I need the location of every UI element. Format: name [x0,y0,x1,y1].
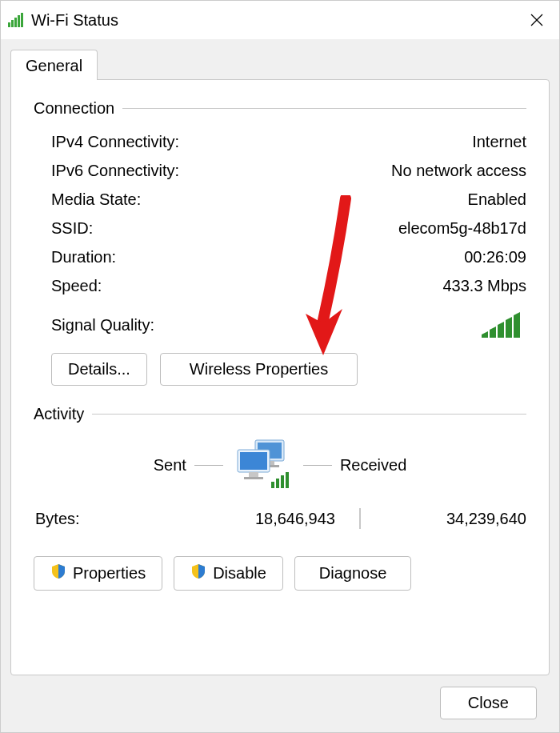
divider [122,108,526,109]
properties-button-label: Properties [73,564,146,583]
diagnose-button[interactable]: Diagnose [294,556,412,591]
shield-icon [50,563,66,583]
ipv6-label: IPv6 Connectivity: [51,162,179,180]
svg-rect-21 [276,479,279,488]
sent-label: Sent [154,456,186,475]
tab-strip: General [10,47,550,79]
svg-rect-3 [18,15,20,27]
connection-group-header: Connection [34,99,526,118]
wifi-icon [7,11,25,29]
duration-value: 00:26:09 [464,248,526,266]
tab-general[interactable]: General [10,50,98,80]
svg-rect-22 [281,475,284,488]
dialog-body: General Connection IPv4 Connectivity: In… [1,39,559,732]
svg-rect-23 [286,472,289,488]
ipv6-value: No network access [391,162,526,180]
connection-group-label: Connection [34,99,122,118]
received-label: Received [340,456,406,475]
close-button[interactable]: Close [440,687,537,719]
wifi-status-window: Wi-Fi Status General Connection IPv4 Con… [0,0,560,733]
wireless-properties-button[interactable]: Wireless Properties [160,353,358,386]
ipv4-label: IPv4 Connectivity: [51,133,179,151]
ssid-row: SSID: elecom5g-48b17d [51,214,526,242]
general-panel: Connection IPv4 Connectivity: Internet I… [10,79,550,675]
svg-rect-1 [11,20,14,27]
connection-fields: IPv4 Connectivity: Internet IPv6 Connect… [34,127,526,300]
duration-row: Duration: 00:26:09 [51,242,526,271]
signal-quality-row: Signal Quality: [34,305,526,345]
connection-buttons: Details... Wireless Properties [34,353,526,386]
ipv4-row: IPv4 Connectivity: Internet [51,127,526,156]
svg-rect-17 [240,452,267,470]
activity-group-header: Activity [34,405,526,423]
speed-label: Speed: [51,277,102,295]
divider [194,465,223,466]
media-state-value: Enabled [468,190,526,209]
disable-button[interactable]: Disable [174,556,283,591]
disable-button-label: Disable [213,564,266,583]
svg-rect-20 [271,482,274,488]
speed-value: 433.3 Mbps [442,277,526,295]
duration-label: Duration: [51,248,116,266]
activity-visual: Sent [34,433,526,497]
ssid-label: SSID: [51,219,93,238]
divider [303,465,332,466]
dialog-footer: Close [10,675,550,732]
svg-marker-11 [514,312,520,338]
properties-button[interactable]: Properties [34,556,162,591]
speed-row: Speed: 433.3 Mbps [51,271,526,300]
svg-marker-8 [490,326,496,338]
signal-bars-icon [480,307,526,343]
svg-rect-4 [21,13,23,27]
divider [92,414,526,415]
signal-quality-label: Signal Quality: [51,316,154,334]
svg-marker-10 [506,317,512,338]
ipv6-row: IPv6 Connectivity: No network access [51,156,526,185]
svg-rect-19 [244,477,263,479]
activity-computers-icon [231,435,295,495]
bytes-label: Bytes: [34,510,170,528]
svg-rect-0 [8,22,10,27]
details-button[interactable]: Details... [51,353,147,386]
bytes-sent-value: 18,646,943 [170,510,359,528]
close-window-button[interactable] [514,1,559,39]
ipv4-value: Internet [472,133,526,151]
activity-group-label: Activity [34,405,92,423]
media-state-label: Media State: [51,190,141,209]
shield-icon [190,563,206,583]
bytes-row: Bytes: 18,646,943 34,239,640 [34,508,526,529]
ssid-value: elecom5g-48b17d [398,219,526,238]
titlebar: Wi-Fi Status [1,1,559,39]
bytes-received-value: 34,239,640 [361,510,526,528]
activity-buttons: Properties Disable Diagnose [34,556,526,591]
svg-marker-7 [482,331,488,338]
svg-rect-2 [14,18,17,27]
svg-rect-18 [249,472,258,477]
media-state-row: Media State: Enabled [51,185,526,214]
svg-marker-9 [498,322,504,338]
window-title: Wi-Fi Status [31,11,118,30]
